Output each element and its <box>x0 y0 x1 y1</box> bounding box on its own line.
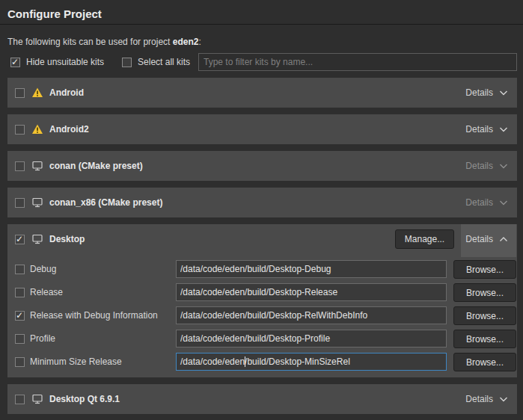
kit-row-conan-x86[interactable]: conan_x86 (CMake preset) Details <box>7 188 517 217</box>
intro-suffix: : <box>198 37 201 47</box>
browse-button[interactable]: Browse... <box>453 353 516 371</box>
kit-name: conan_x86 (CMake preset) <box>49 197 162 208</box>
details-toggle[interactable]: Details <box>465 394 508 404</box>
kit-name: Desktop Qt 6.9.1 <box>49 394 120 404</box>
path-before-caret: /data/code/eden <box>180 356 245 367</box>
select-all-label: Select all kits <box>138 57 190 67</box>
title-divider <box>0 24 523 25</box>
kit-checkbox[interactable]: ✓ <box>15 235 25 244</box>
details-label: Details <box>465 161 493 171</box>
kit-row-conan[interactable]: conan (CMake preset) Details <box>7 151 517 181</box>
kit-checkbox[interactable] <box>15 125 25 135</box>
desktop-monitor-icon <box>31 197 43 209</box>
check-icon: ✓ <box>11 57 19 67</box>
kit-checkbox[interactable] <box>15 198 25 208</box>
details-label: Details <box>465 394 493 404</box>
details-toggle[interactable]: Details <box>465 197 508 208</box>
browse-button[interactable]: Browse... <box>453 260 516 279</box>
details-label: Details <box>465 87 493 98</box>
build-dir-input[interactable] <box>176 306 447 324</box>
chevron-down-icon <box>499 396 508 403</box>
config-label: Debug <box>30 264 56 274</box>
desktop-monitor-icon <box>31 393 43 405</box>
kit-checkbox[interactable] <box>15 161 25 171</box>
build-dir-input-focused[interactable]: /data/code/eden/build/Desktop-MinSizeRel <box>176 353 447 371</box>
project-name: eden2 <box>173 37 199 47</box>
details-toggle[interactable]: Details <box>465 87 508 98</box>
check-icon: ✓ <box>16 310 23 321</box>
kit-filter-input[interactable] <box>198 53 517 71</box>
config-checkbox[interactable] <box>15 265 25 274</box>
config-row-debug: Debug Browse... <box>7 260 517 280</box>
warning-icon <box>31 87 43 99</box>
browse-button[interactable]: Browse... <box>453 283 516 302</box>
build-dir-input[interactable] <box>176 330 447 348</box>
config-row-minsizerel: Minimum Size Release /data/code/eden/bui… <box>7 353 517 372</box>
build-dir-input[interactable] <box>176 260 447 278</box>
config-label: Release <box>30 287 63 297</box>
chevron-down-icon <box>499 126 508 133</box>
chevron-down-icon <box>499 163 508 170</box>
kit-row-android2[interactable]: Android2 Details <box>7 114 517 144</box>
kit-name: Desktop <box>49 234 85 244</box>
details-label: Details <box>465 234 493 244</box>
details-toggle[interactable]: Details <box>465 124 508 135</box>
details-label: Details <box>465 197 493 208</box>
config-label: Release with Debug Information <box>30 310 158 321</box>
chevron-down-icon <box>499 90 508 96</box>
page-title: Configure Project <box>7 7 102 20</box>
details-toggle[interactable]: Details <box>465 234 508 244</box>
browse-button[interactable]: Browse... <box>453 330 516 348</box>
kit-name: conan (CMake preset) <box>49 161 143 171</box>
chevron-up-icon <box>499 236 508 243</box>
config-checkbox[interactable] <box>15 334 25 344</box>
config-checkbox[interactable] <box>15 357 25 367</box>
config-checkbox[interactable]: ✓ <box>15 311 25 321</box>
kit-name: Android <box>49 87 84 98</box>
warning-icon <box>31 123 43 135</box>
configure-project-screen: Configure Project The following kits can… <box>0 0 523 420</box>
kit-checkbox[interactable] <box>15 395 25 404</box>
kit-checkbox[interactable] <box>15 88 25 98</box>
desktop-monitor-icon <box>31 160 43 172</box>
config-label: Profile <box>30 333 55 344</box>
manage-kits-button[interactable]: Manage... <box>395 229 454 249</box>
filter-bar: ✓ Hide unsuitable kits Select all kits <box>10 53 190 71</box>
config-row-release: Release Browse... <box>7 283 517 303</box>
kit-row-desktop-qt[interactable]: Desktop Qt 6.9.1 Details <box>7 384 517 414</box>
browse-button[interactable]: Browse... <box>453 306 516 325</box>
select-all-checkbox[interactable] <box>122 58 132 67</box>
hide-unsuitable-label: Hide unsuitable kits <box>26 57 104 67</box>
config-label: Minimum Size Release <box>30 356 122 367</box>
check-icon: ✓ <box>16 234 23 244</box>
desktop-monitor-icon <box>31 233 43 245</box>
config-row-relwithdebinfo: ✓ Release with Debug Information Browse.… <box>7 306 517 326</box>
kit-row-desktop[interactable]: ✓ Desktop Details Manage... Debug Browse… <box>7 224 517 377</box>
details-label: Details <box>465 124 493 135</box>
hide-unsuitable-checkbox[interactable]: ✓ <box>10 58 20 67</box>
path-after-caret: /build/Desktop-MinSizeRel <box>245 356 350 367</box>
chevron-down-icon <box>499 200 508 206</box>
intro-prefix: The following kits can be used for proje… <box>7 37 173 47</box>
kit-name: Android2 <box>49 124 89 135</box>
config-checkbox[interactable] <box>15 288 25 297</box>
details-toggle[interactable]: Details <box>465 161 508 171</box>
kits-intro-text: The following kits can be used for proje… <box>7 37 201 47</box>
build-dir-input[interactable] <box>176 283 447 301</box>
kit-row-android[interactable]: Android Details <box>7 78 517 108</box>
config-row-profile: Profile Browse... <box>7 330 517 349</box>
